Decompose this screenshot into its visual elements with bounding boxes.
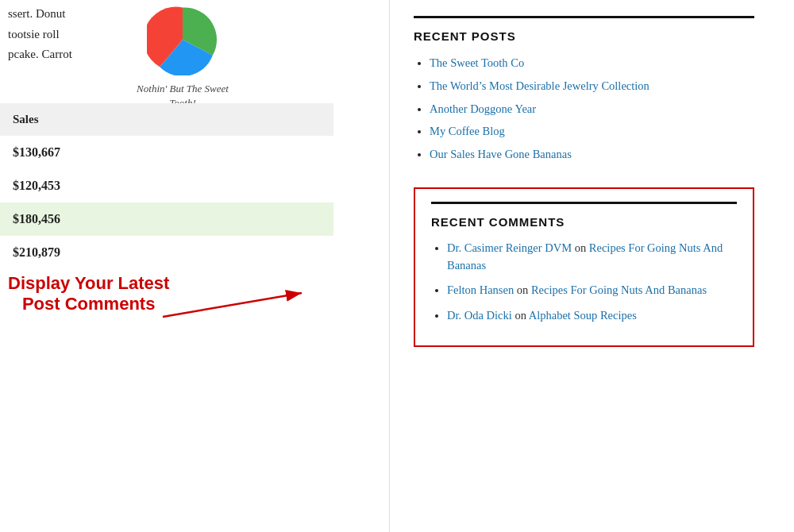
list-item: Our Sales Have Gone Bananas <box>430 145 754 164</box>
post-link-5[interactable]: Our Sales Have Gone Bananas <box>430 148 572 160</box>
annotation-line-2: Post Comments <box>8 294 169 314</box>
comment-on-1: on <box>575 241 589 254</box>
sales-value-4: $210,879 <box>0 236 333 269</box>
page-wrapper: ssert. Donut tootsie roll pcake. Carrot … <box>0 0 794 532</box>
list-item: Another Doggone Year <box>430 100 754 118</box>
sales-header-cell: Sales <box>0 103 333 136</box>
recent-comments-title: Recent Comments <box>431 215 737 229</box>
list-item: Dr. Oda Dicki on Alphabet Soup Recipes <box>447 307 737 325</box>
right-column: Recent Posts The Sweet Tooth Co The Worl… <box>389 0 778 532</box>
list-item: The World’s Most Desirable Jewelry Colle… <box>430 77 754 95</box>
comment-post-3[interactable]: Alphabet Soup Recipes <box>529 309 637 322</box>
comments-section: Recent Comments Dr. Casimer Reinger DVM … <box>414 187 754 347</box>
comment-on-3: on <box>515 309 528 322</box>
chart-caption: Nothin' But The Sweet Tooth! <box>123 82 242 103</box>
list-item: Dr. Casimer Reinger DVM on Recipes For G… <box>447 240 737 275</box>
post-link-1[interactable]: The Sweet Tooth Co <box>430 56 524 69</box>
table-row: $210,879 <box>0 236 333 269</box>
post-link-2[interactable]: The World’s Most Desirable Jewelry Colle… <box>430 79 649 92</box>
sales-table: Sales $130,667 $120,453 $180,456 $210,87… <box>0 103 333 269</box>
table-row: $180,456 <box>0 202 333 236</box>
list-item: Felton Hansen on Recipes For Going Nuts … <box>447 282 737 299</box>
recent-posts-title: Recent Posts <box>414 29 754 43</box>
partial-line-1: ssert. Donut <box>8 4 115 25</box>
sales-value-3: $180,456 <box>0 202 333 236</box>
partial-line-2: tootsie roll <box>8 25 115 45</box>
table-row: $120,453 <box>0 169 333 202</box>
table-row: $130,667 <box>0 136 333 169</box>
post-link-4[interactable]: My Coffee Blog <box>430 125 505 137</box>
list-item: The Sweet Tooth Co <box>430 54 754 72</box>
annotation-area: Display Your Latest Post Comments <box>0 269 333 349</box>
svg-line-1 <box>163 293 302 317</box>
partial-text: ssert. Donut tootsie roll pcake. Carrot <box>0 0 123 69</box>
sales-value-1: $130,667 <box>0 136 333 169</box>
sales-value-2: $120,453 <box>0 169 333 202</box>
sales-header-row: Sales <box>0 103 333 136</box>
partial-line-3: pcake. Carrot <box>8 44 115 65</box>
pie-chart <box>147 4 218 75</box>
chart-area: Nothin' But The Sweet Tooth! <box>123 0 242 103</box>
comments-divider <box>431 202 737 204</box>
comment-author-1[interactable]: Dr. Casimer Reinger DVM <box>447 241 572 254</box>
comment-author-3[interactable]: Dr. Oda Dicki <box>447 309 512 322</box>
annotation-line-1: Display Your Latest <box>8 273 169 294</box>
list-item: My Coffee Blog <box>430 122 754 141</box>
comment-on-2: on <box>517 283 531 296</box>
top-partial-area: ssert. Donut tootsie roll pcake. Carrot … <box>0 0 389 103</box>
comment-post-2[interactable]: Recipes For Going Nuts And Bananas <box>531 283 707 296</box>
left-column: ssert. Donut tootsie roll pcake. Carrot … <box>0 0 389 532</box>
post-link-3[interactable]: Another Doggone Year <box>430 102 536 115</box>
comment-author-2[interactable]: Felton Hansen <box>447 283 514 296</box>
posts-list: The Sweet Tooth Co The World’s Most Desi… <box>414 54 754 164</box>
comments-list: Dr. Casimer Reinger DVM on Recipes For G… <box>431 240 737 325</box>
annotation-text: Display Your Latest Post Comments <box>8 273 169 315</box>
posts-divider <box>414 16 754 18</box>
